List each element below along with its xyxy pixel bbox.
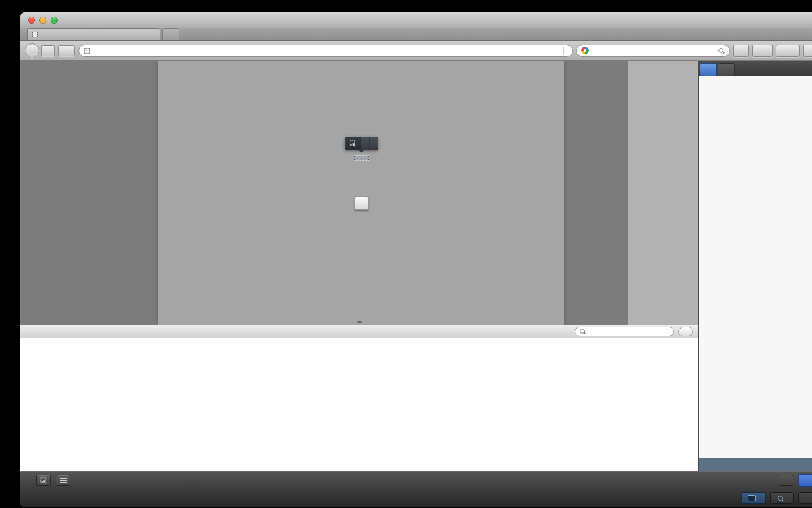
page-and-console-column [20, 61, 698, 471]
arrow-keycap[interactable] [354, 196, 369, 210]
minimize-window-button[interactable] [39, 17, 46, 24]
bookmarks-button[interactable] [752, 45, 773, 57]
node-infobar [345, 137, 378, 150]
console-messages [20, 338, 698, 459]
url-input[interactable] [93, 47, 553, 55]
console-filter-box[interactable] [575, 327, 674, 336]
search-bar[interactable] [576, 45, 730, 57]
3d-view-button[interactable] [779, 475, 793, 486]
devtools-buttons [741, 492, 805, 504]
tools-button[interactable] [776, 45, 800, 57]
window-titlebar[interactable] [20, 12, 812, 28]
page-favicon-icon [84, 48, 90, 54]
zoom-window-button[interactable] [51, 17, 58, 24]
markup-view-button[interactable] [56, 475, 70, 486]
back-button[interactable] [25, 43, 39, 58]
traffic-lights [20, 17, 58, 24]
console-toolbar [20, 325, 698, 338]
next-slide-gap [564, 61, 628, 325]
web-console-panel [20, 325, 698, 471]
forward-button[interactable] [41, 45, 55, 56]
page-content [20, 61, 698, 325]
inspect-element-button[interactable] [36, 475, 51, 486]
inspector-icon [777, 495, 784, 502]
url-bar[interactable] [78, 45, 573, 57]
current-slide[interactable] [158, 61, 564, 325]
inspect-icon[interactable] [345, 137, 361, 150]
home-button[interactable] [733, 45, 749, 57]
style-button[interactable] [798, 474, 812, 487]
divider [563, 47, 564, 55]
close-window-button[interactable] [28, 17, 35, 24]
sync-button[interactable] [58, 45, 75, 56]
search-icon[interactable] [718, 47, 725, 54]
main-area [20, 61, 812, 471]
debugger-button[interactable] [798, 492, 812, 504]
browser-window [20, 12, 812, 507]
rules-content [699, 76, 812, 458]
tab-favicon-icon [32, 32, 38, 37]
search-icon [579, 328, 586, 335]
style-sidebar [698, 61, 812, 471]
infobar-node-label [361, 137, 369, 150]
clear-console-button[interactable] [678, 327, 693, 336]
next-slide-preview [628, 61, 698, 325]
overflow-button[interactable] [803, 45, 812, 57]
splitter-handle[interactable] [357, 321, 362, 323]
tab-computed[interactable] [718, 63, 735, 76]
sidebar-tabs [699, 61, 812, 76]
console-command-line[interactable] [20, 459, 698, 471]
slide-hint [349, 196, 374, 210]
command-input[interactable] [30, 462, 692, 469]
web-console-icon [748, 495, 756, 501]
new-tab-button[interactable] [162, 28, 179, 40]
infobar-menu-button[interactable] [369, 137, 377, 150]
tab-rules[interactable] [700, 63, 717, 76]
web-console-button[interactable] [741, 492, 766, 504]
tab-active[interactable] [27, 28, 160, 40]
tab-bar [20, 28, 812, 41]
list-icon [60, 478, 67, 483]
console-filter-input[interactable] [589, 328, 669, 335]
developer-toolbar [20, 489, 812, 507]
previous-slide-region [20, 61, 158, 325]
inspector-toolbar [20, 471, 812, 489]
search-input[interactable] [594, 47, 715, 55]
navigation-toolbar [20, 41, 812, 61]
slide-heading[interactable] [354, 156, 369, 160]
google-logo-icon [581, 47, 589, 54]
inspector-button[interactable] [770, 492, 794, 504]
box-dimensions [699, 458, 812, 471]
